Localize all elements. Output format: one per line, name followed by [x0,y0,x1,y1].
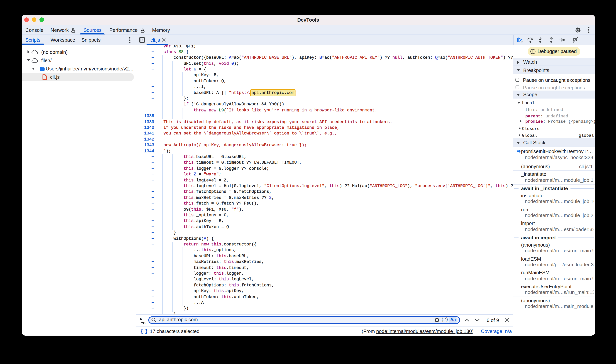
svg-text:B: B [143,321,145,325]
svg-text:{ }: { } [140,329,147,334]
svg-text:A: A [140,317,142,321]
